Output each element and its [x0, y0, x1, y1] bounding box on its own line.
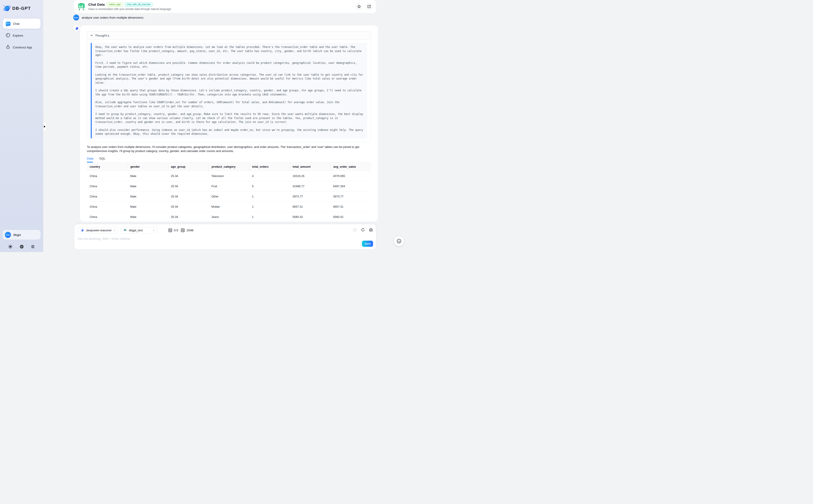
database-select-value: dbgpt_test — [129, 229, 143, 232]
thoughts-title: Thoughts — [95, 34, 109, 37]
user-avatar: dbgpt — [73, 15, 79, 20]
send-button[interactable]: Sent — [362, 241, 373, 247]
sidebar: DB-GPT Chat Explore Construct App — [0, 0, 43, 252]
user-message-row: dbgpt analyze user orders from multiple … — [73, 15, 143, 20]
chevron-down-icon: ▾ — [114, 229, 115, 232]
result-table: countrygenderage_groupproduct_categoryto… — [87, 162, 371, 222]
temperature-control[interactable]: 0.5 — [168, 228, 178, 232]
table-header-cell: avg_order_value — [331, 162, 371, 171]
thought-paragraph: Looking at the transaction_order table, … — [95, 73, 364, 85]
user-profile-chip[interactable]: dbgpt dbgpt — [3, 230, 40, 240]
deepseek-whale-icon — [74, 26, 79, 30]
favorite-button[interactable] — [355, 3, 363, 10]
app-subtitle: Have a conversation with your private da… — [88, 7, 171, 11]
model-select-value: deepseek-reasoner — [86, 229, 112, 232]
thoughts-toggle[interactable]: Thoughts — [87, 32, 371, 40]
sidebar-item-explore[interactable]: Explore — [3, 30, 40, 40]
sliders-icon — [168, 228, 172, 232]
table-header-cell: total_amount — [290, 162, 330, 171]
user-name: dbgpt — [13, 233, 21, 237]
table-header-row: countrygenderage_groupproduct_categoryto… — [87, 162, 371, 171]
thought-paragraph: Also, include aggregate functions like C… — [95, 100, 364, 108]
max-tokens-control[interactable]: 2048 — [181, 228, 193, 232]
mysql-icon — [123, 228, 127, 233]
collapse-sidebar-icon[interactable] — [31, 245, 35, 249]
app-logo-text: DB-GPT — [12, 6, 31, 11]
sidebar-item-label: Chat — [13, 22, 20, 25]
language-globe-icon[interactable] — [20, 245, 24, 249]
sidebar-item-label: Explore — [13, 34, 23, 37]
table-header-cell: country — [87, 162, 127, 171]
app-logo: DB-GPT — [4, 5, 40, 12]
temperature-value: 0.5 — [174, 229, 178, 232]
db-gpt-logo-icon — [4, 5, 10, 12]
theme-sun-icon[interactable] — [8, 245, 13, 249]
database-select[interactable]: dbgpt_test ▾ — [120, 227, 157, 234]
thought-content: Okay, the user wants to analyze user ord… — [91, 43, 367, 138]
tab-data[interactable]: Data — [87, 157, 93, 160]
assistant-summary-text: To analyze user orders from multiple dim… — [87, 145, 371, 154]
table-row: China Male 25-34 Television 4 16316.26 4… — [87, 171, 371, 181]
assistant-avatar — [73, 25, 80, 32]
clear-brush-icon[interactable] — [369, 228, 373, 233]
thoughts-panel: Thoughts Okay, the user wants to analyze… — [87, 31, 371, 142]
user-message-text: analyze user orders from multiple dimens… — [82, 16, 143, 19]
thought-paragraph: I should create a SQL query that groups … — [95, 89, 364, 97]
badge-native-app: native_app — [107, 2, 122, 7]
table-row: China Male 25-34 Multan 1 8557.31 8557.3… — [87, 202, 371, 212]
thought-paragraph: First, I need to figure out which dimens… — [95, 61, 364, 69]
table-row: China Male 25-34 Other 1 3973.77 3973.77 — [87, 192, 371, 202]
thought-paragraph: I need to group by product_category, cou… — [95, 112, 364, 124]
message-input[interactable]: Ask me anything, Shift + Enter newline — [78, 237, 373, 240]
avatar: dbgpt — [5, 232, 11, 238]
feedback-fab[interactable] — [394, 236, 404, 246]
assistant-message-bubble: Thoughts Okay, the user wants to analyze… — [80, 25, 378, 222]
table-row: China Male 25-34 Jeans 1 5560.42 5560.42 — [87, 212, 371, 222]
chat-header: Chat Data native_app chat_with_db_execut… — [74, 0, 376, 13]
tab-sql[interactable]: SQL — [99, 157, 105, 160]
smiley-icon — [396, 238, 402, 244]
chevron-down-icon: ▾ — [153, 229, 154, 232]
table-header-cell: total_orders — [249, 162, 290, 171]
refresh-icon[interactable] — [361, 228, 365, 233]
table-header-cell: gender — [127, 162, 168, 171]
chevron-right-icon — [44, 125, 47, 128]
table-row: China Male 25-34 Fruit 5 32486.77 6497.3… — [87, 181, 371, 192]
table-header-cell: product_category — [209, 162, 249, 171]
thought-paragraph: Okay, the user wants to analyze user ord… — [95, 45, 364, 57]
badge-scene: chat_with_db_execute — [125, 2, 153, 7]
sliders-icon — [181, 228, 185, 232]
explore-planet-icon — [6, 33, 10, 38]
share-button[interactable] — [365, 3, 373, 10]
sidebar-item-construct-app[interactable]: Construct App — [3, 42, 40, 52]
model-select[interactable]: deepseek-reasoner ▾ — [78, 227, 118, 234]
sidebar-item-chat[interactable]: Chat — [3, 19, 40, 29]
pause-icon[interactable] — [353, 228, 357, 233]
result-tabs: Data SQL — [87, 157, 371, 162]
composer: deepseek-reasoner ▾ dbgpt_test ▾ 0.5 204… — [74, 224, 376, 249]
robot-icon — [6, 45, 10, 50]
page-title: Chat Data — [88, 2, 105, 7]
star-icon — [357, 5, 361, 8]
chat-bubble-icon — [6, 22, 10, 26]
table-header-cell: age_group — [168, 162, 209, 171]
chat-data-app-icon — [77, 2, 86, 11]
max-tokens-value: 2048 — [186, 229, 193, 232]
sidebar-expand-handle[interactable] — [43, 122, 46, 131]
deepseek-model-icon — [80, 228, 84, 232]
share-export-icon — [367, 5, 371, 8]
chevron-down-icon — [90, 34, 93, 37]
sidebar-item-label: Construct App — [13, 46, 32, 49]
thought-paragraph: I should also consider performance. Usin… — [95, 128, 364, 136]
